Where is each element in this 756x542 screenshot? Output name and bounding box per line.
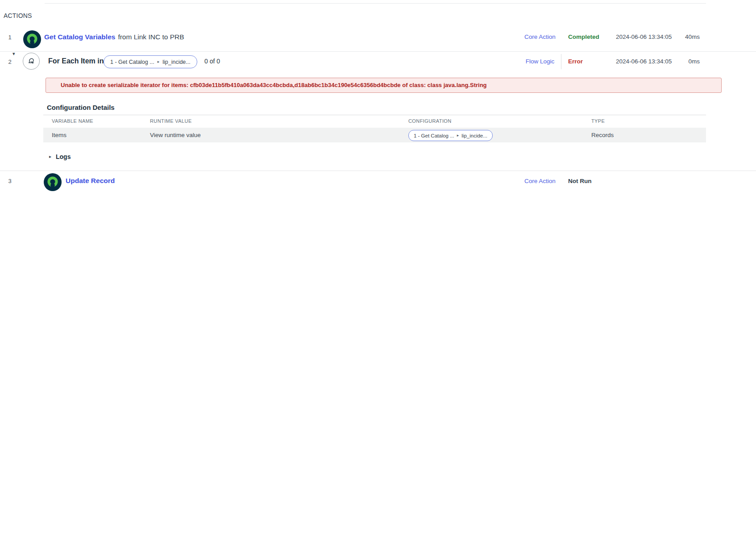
action-row-title-line: Get Catalog Variables from Link INC to P… xyxy=(44,33,184,41)
pill-action-ref: 1 - Get Catalog ... xyxy=(414,133,454,138)
configuration-data-pill[interactable]: 1 - Get Catalog ... ▸ lip_incide... xyxy=(408,130,493,141)
column-header-runtime-value: RUNTIME VALUE xyxy=(150,118,192,124)
column-header-configuration: CONFIGURATION xyxy=(408,118,452,124)
action-duration: 40ms xyxy=(669,33,700,40)
status-badge: Not Run xyxy=(568,178,591,184)
action-row-index: 3 xyxy=(6,178,13,184)
action-timestamp: 2024-06-06 13:34:05 xyxy=(616,33,672,40)
logs-expander-icon[interactable]: ▸ xyxy=(49,154,51,159)
variable-name-cell: Items xyxy=(52,132,66,138)
action-type-link[interactable]: Core Action xyxy=(520,33,560,40)
servicenow-now-logo-icon xyxy=(23,30,41,48)
column-header-variable-name: VARIABLE NAME xyxy=(52,118,93,124)
pill-chevron-right-icon: ▸ xyxy=(158,60,160,64)
pill-chevron-right-icon: ▸ xyxy=(457,133,459,138)
table-top-border xyxy=(43,115,706,115)
pill-action-ref: 1 - Get Catalog ... xyxy=(110,59,154,65)
action-row-title-line: Update Record xyxy=(66,177,115,185)
configuration-details-heading: Configuration Details xyxy=(47,104,115,111)
action-row-index: 1 xyxy=(6,34,13,41)
iteration-count: 0 of 0 xyxy=(204,58,220,65)
row-divider xyxy=(0,171,756,171)
column-divider xyxy=(561,54,561,69)
top-divider xyxy=(45,3,706,4)
status-badge: Completed xyxy=(568,33,599,40)
pill-field-ref: lip_incide... xyxy=(461,133,487,138)
error-message-banner: Unable to create serializable iterator f… xyxy=(46,78,722,93)
iterator-data-pill[interactable]: 1 - Get Catalog ... ▸ lip_incide... xyxy=(104,55,197,68)
action-type-link[interactable]: Core Action xyxy=(520,178,560,184)
collapse-expander-icon[interactable]: ▾ xyxy=(12,51,15,56)
action-title-link[interactable]: Get Catalog Variables xyxy=(44,33,115,41)
column-header-type: TYPE xyxy=(591,118,605,124)
for-each-loop-icon xyxy=(23,53,40,70)
type-cell: Records xyxy=(591,132,614,138)
actions-section-title: ACTIONS xyxy=(4,12,32,19)
row-divider xyxy=(0,51,756,52)
action-title-link[interactable]: Update Record xyxy=(66,177,115,185)
pill-field-ref: lip_incide... xyxy=(162,59,191,65)
flow-logic-row-title: For Each Item in xyxy=(48,57,104,65)
action-type-link[interactable]: Flow Logic xyxy=(520,58,560,65)
status-badge: Error xyxy=(568,58,583,65)
servicenow-now-logo-icon xyxy=(44,173,62,191)
flow-execution-details-page: ACTIONS 1 Get Catalog Variables from Lin… xyxy=(0,0,756,542)
action-timestamp: 2024-06-06 13:34:05 xyxy=(616,58,672,65)
view-runtime-value-link[interactable]: View runtime value xyxy=(150,132,201,138)
action-row-index: 2 xyxy=(6,58,13,65)
logs-expander-label[interactable]: Logs xyxy=(56,153,71,160)
action-duration: 0ms xyxy=(669,58,700,65)
action-subtitle: from Link INC to PRB xyxy=(118,33,184,41)
